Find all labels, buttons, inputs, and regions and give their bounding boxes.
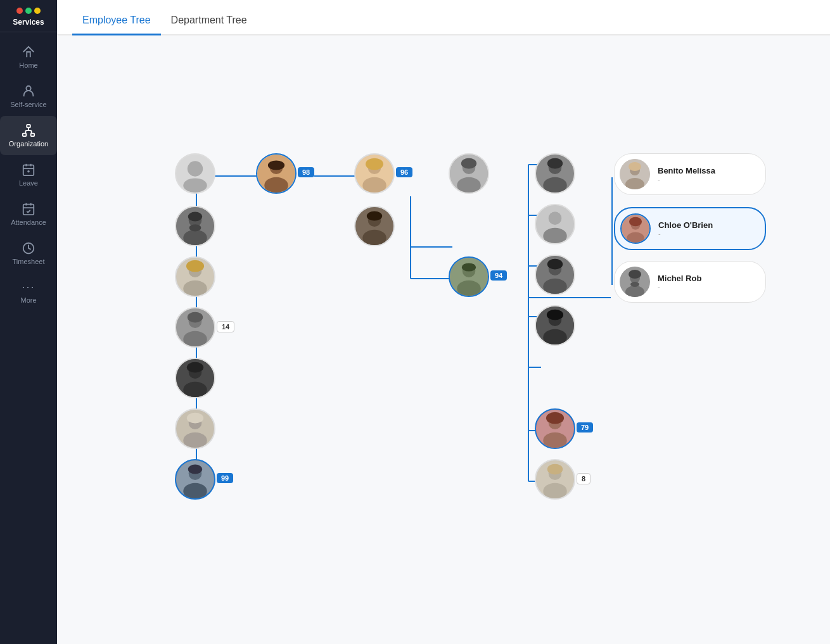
card-avatar-benito [620,159,650,189]
brand-label: Services [13,18,44,27]
card-info-benito: Benito Melissa - [658,166,715,183]
person-m4-icon [176,308,214,346]
person-f8-icon [536,256,574,294]
person-f2-icon [355,155,393,193]
person-m6-icon [536,155,574,193]
svg-point-31 [188,161,203,176]
sidebar-label-self-service: Self-service [10,101,46,108]
main-content: Employee Tree Department Tree [57,0,830,644]
card-info-michel: Michel Rob - [658,274,701,291]
person-m2-icon [450,258,488,296]
card-name-benito: Benito Melissa [658,166,715,175]
avatar-r3[interactable] [535,255,575,295]
brand-dots [16,8,41,14]
badge-r6: 8 [577,473,591,484]
sidebar-item-leave[interactable]: Leave [0,155,57,194]
avatar-n5[interactable] [449,153,489,194]
svg-rect-9 [23,205,34,215]
person-f3-icon [450,155,488,193]
sidebar-label-organization: Organization [9,140,48,148]
chloe-avatar-icon [622,215,649,243]
dot-green [25,8,32,14]
person-f4-icon [176,258,214,296]
svg-point-32 [183,179,207,193]
avatar-n1[interactable] [175,153,215,194]
person-f1-icon [257,155,295,193]
sidebar-item-more[interactable]: ··· More [0,273,57,312]
svg-point-56 [188,212,203,222]
sidebar-label-timesheet: Timesheet [13,258,45,265]
avatar-n6[interactable] [449,256,489,297]
svg-point-36 [268,160,284,170]
svg-point-69 [187,362,203,373]
sidebar-item-organization[interactable]: Organization [0,116,57,155]
avatar-n2[interactable] [256,153,297,194]
svg-rect-3 [31,134,34,137]
card-benito-melissa[interactable]: Benito Melissa - [614,153,766,195]
timesheet-icon [22,241,35,255]
avatar-n4[interactable] [354,206,395,246]
badge-n9: 14 [217,321,234,332]
sidebar-item-home[interactable]: Home [0,37,57,77]
card-chloe-obrien[interactable]: Chloe O'Brien - [614,207,766,250]
svg-point-104 [629,162,641,171]
svg-rect-1 [27,125,30,128]
card-role-benito: - [658,175,715,183]
avatar-n10[interactable] [175,358,215,398]
avatar-r1[interactable] [535,153,575,194]
avatar-r6[interactable] [535,459,575,500]
person-f11-icon [536,460,574,498]
badge-n3: 96 [396,167,412,177]
svg-point-112 [629,270,641,279]
leave-icon [22,163,35,177]
michel-avatar-icon [620,267,650,297]
card-avatar-michel [620,267,650,297]
svg-point-44 [367,212,382,221]
sidebar-label-home: Home [19,61,37,69]
svg-point-96 [546,412,564,424]
card-role-michel: - [658,283,701,291]
tab-employee-tree[interactable]: Employee Tree [72,4,161,35]
svg-point-100 [547,464,563,475]
person-f6-icon [176,410,214,448]
card-role-chloe: - [658,230,713,237]
card-name-michel: Michel Rob [658,274,701,283]
attendance-icon [22,202,35,216]
avatar-n7[interactable] [175,206,215,246]
tab-department-tree[interactable]: Department Tree [161,4,257,35]
svg-point-0 [26,86,30,91]
sidebar: Services Home Self-service Organization [0,0,57,644]
badge-r5: 79 [577,422,593,432]
org-tree: 98 96 [72,51,815,532]
avatar-r2[interactable] [535,204,575,244]
svg-rect-4 [23,165,34,176]
org-icon [22,123,35,137]
card-name-chloe: Chloe O'Brien [658,220,713,230]
home-icon [22,45,35,59]
avatar-n8[interactable] [175,256,215,297]
avatar-r4[interactable] [535,305,575,346]
avatar-n15[interactable] [175,459,215,500]
avatar-n3[interactable] [354,153,395,194]
sidebar-label-leave: Leave [19,179,38,187]
svg-point-73 [187,413,203,424]
sidebar-item-timesheet[interactable]: Timesheet [0,234,57,273]
svg-point-113 [630,282,639,287]
card-info-chloe: Chloe O'Brien - [658,220,713,237]
svg-point-61 [186,260,204,272]
card-avatar-chloe [620,213,651,244]
svg-point-52 [462,263,476,271]
sidebar-brand: Services [0,0,57,32]
sidebar-item-self-service[interactable]: Self-service [0,77,57,116]
dot-yellow [34,8,41,14]
svg-point-65 [188,312,203,323]
avatar-n9[interactable] [175,307,215,348]
avatar-r5[interactable] [535,408,575,449]
card-michel-rob[interactable]: Michel Rob - [614,261,766,303]
avatar-n11[interactable] [175,408,215,449]
svg-point-48 [461,158,476,169]
badge-n15: 99 [217,473,233,483]
person-m3-icon [176,207,214,245]
tree-area: 98 96 [57,35,830,644]
sidebar-item-attendance[interactable]: Attendance [0,194,57,234]
